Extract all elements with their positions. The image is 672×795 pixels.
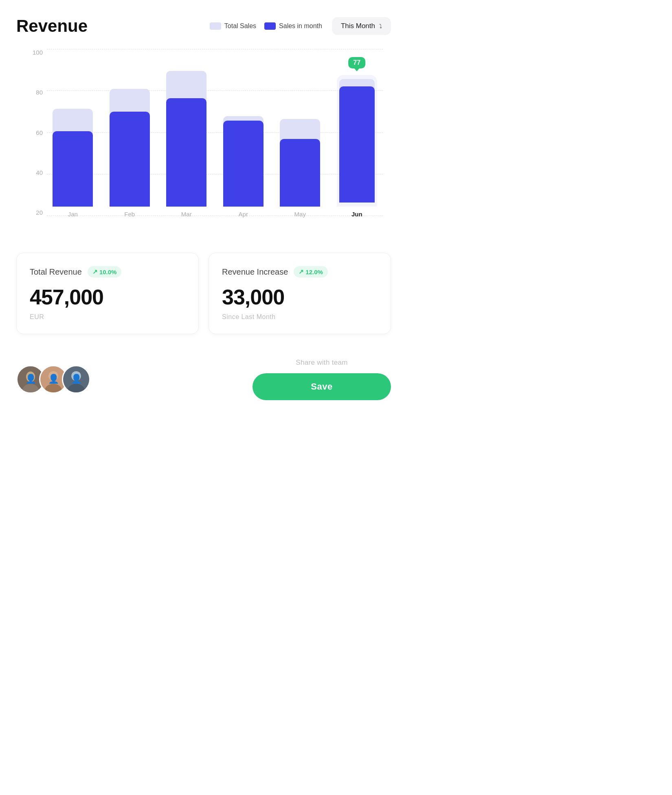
card-total-revenue: Total Revenue ↗ 10.0% 457,000 EUR bbox=[16, 253, 199, 334]
bar-label-may: May bbox=[294, 211, 306, 218]
cards-row: Total Revenue ↗ 10.0% 457,000 EUR Revenu… bbox=[16, 253, 391, 334]
card-revenue-increase-header: Revenue Increase ↗ 12.0% bbox=[222, 266, 378, 277]
total-sales-swatch bbox=[210, 22, 221, 30]
chart-container: 100 80 60 40 20 Jan bbox=[16, 49, 391, 232]
bar-group-apr: Apr bbox=[217, 49, 270, 218]
tooltip-badge-jun: 77 bbox=[348, 57, 365, 68]
card-revenue-increase-value: 33,000 bbox=[222, 285, 378, 309]
bar-group-feb: Feb bbox=[104, 49, 156, 218]
avatars-group: 👤 👤 👤 bbox=[16, 365, 90, 394]
bar-label-jan: Jan bbox=[68, 211, 78, 218]
svg-text:👤: 👤 bbox=[48, 373, 59, 384]
y-label-20: 20 bbox=[24, 209, 47, 216]
card-total-revenue-header: Total Revenue ↗ 10.0% bbox=[30, 266, 185, 277]
total-sales-label: Total Sales bbox=[224, 22, 256, 30]
share-label: Share with team bbox=[296, 359, 347, 367]
y-axis: 100 80 60 40 20 bbox=[24, 49, 47, 216]
page-title: Revenue bbox=[16, 16, 88, 36]
bar-label-mar: Mar bbox=[181, 211, 192, 218]
card-revenue-increase: Revenue Increase ↗ 12.0% 33,000 Since La… bbox=[209, 253, 391, 334]
sales-in-month-swatch bbox=[264, 22, 276, 30]
avatar-3: 👤 bbox=[62, 365, 90, 394]
page-header: Revenue Total Sales Sales in month This … bbox=[16, 16, 391, 36]
sales-in-month-label: Sales in month bbox=[279, 22, 322, 30]
bar-label-jun: Jun bbox=[351, 211, 362, 218]
svg-text:👤: 👤 bbox=[25, 373, 37, 384]
card-total-revenue-badge-value: 10.0% bbox=[99, 269, 117, 275]
y-label-100: 100 bbox=[24, 49, 47, 56]
card-revenue-increase-title: Revenue Increase bbox=[222, 267, 288, 277]
legend-total-sales: Total Sales bbox=[210, 22, 256, 30]
filter-button[interactable]: This Month ⤵ bbox=[332, 17, 391, 35]
card-total-revenue-sub: EUR bbox=[30, 313, 185, 321]
y-label-40: 40 bbox=[24, 169, 47, 176]
bar-label-apr: Apr bbox=[239, 211, 248, 218]
chart-legend: Total Sales Sales in month bbox=[210, 22, 322, 30]
bar-group-may: May bbox=[274, 49, 326, 218]
save-button[interactable]: Save bbox=[253, 373, 391, 400]
card-total-revenue-title: Total Revenue bbox=[30, 267, 82, 277]
card-total-revenue-badge: ↗ 10.0% bbox=[88, 266, 122, 277]
y-label-60: 60 bbox=[24, 129, 47, 136]
card-total-revenue-value: 457,000 bbox=[30, 285, 185, 309]
bar-group-jun: 77 Jun bbox=[331, 49, 383, 218]
share-section: Share with team Save bbox=[253, 359, 391, 400]
chevron-down-icon: ⤵ bbox=[379, 23, 382, 29]
bar-group-mar: Mar bbox=[160, 49, 213, 218]
y-label-80: 80 bbox=[24, 89, 47, 96]
bars-area: Jan Feb Mar bbox=[47, 49, 383, 232]
trending-up-icon: ↗ bbox=[92, 268, 98, 275]
bottom-row: 👤 👤 👤 Share with team Save bbox=[16, 355, 391, 404]
bar-group-jan: Jan bbox=[47, 49, 99, 218]
bar-label-feb: Feb bbox=[124, 211, 135, 218]
card-revenue-increase-badge-value: 12.0% bbox=[305, 269, 323, 275]
legend-sales-in-month: Sales in month bbox=[264, 22, 322, 30]
trending-up-icon-2: ↗ bbox=[299, 268, 304, 275]
svg-text:👤: 👤 bbox=[71, 373, 82, 384]
filter-label: This Month bbox=[341, 22, 375, 30]
card-revenue-increase-sub: Since Last Month bbox=[222, 313, 378, 321]
card-revenue-increase-badge: ↗ 12.0% bbox=[294, 266, 328, 277]
